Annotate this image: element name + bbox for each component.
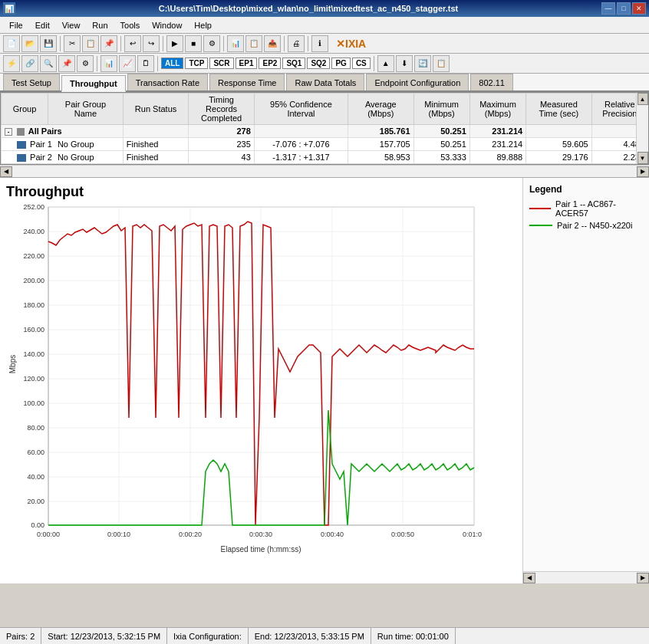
undo-button[interactable]: ↩ [124, 35, 141, 52]
menu-window[interactable]: Window [146, 19, 188, 31]
th-timing-records: Timing RecordsCompleted [189, 94, 255, 125]
status-pairs: Pairs: 2 [0, 628, 41, 644]
tb2-btn7[interactable]: 📈 [119, 55, 136, 72]
cut-button[interactable]: ✂ [64, 35, 81, 52]
tab-response-time[interactable]: Response Time [209, 74, 285, 90]
cell-average-pair2: 58.953 [348, 151, 414, 164]
tb2-btn5[interactable]: ⚙ [77, 55, 94, 72]
svg-text:Elapsed time (h:mm:ss): Elapsed time (h:mm:ss) [220, 545, 301, 554]
status-ixia-config: Ixia Configuration: [167, 628, 249, 644]
maximize-button[interactable]: □ [617, 2, 631, 15]
main-content: Group Pair GroupName Run Status Timing R… [0, 92, 649, 627]
save-button[interactable]: 💾 [40, 35, 57, 52]
tb2-btn6[interactable]: 📊 [100, 55, 117, 72]
table-button[interactable]: 📋 [245, 35, 262, 52]
badge-all[interactable]: ALL [161, 58, 183, 69]
cell-confidence-pair2: -1.317 : +1.317 [254, 151, 348, 164]
sep5 [284, 36, 285, 51]
legend-label-pair1: Pair 1 -- AC867-ACER57 [555, 199, 643, 218]
menu-view[interactable]: View [56, 19, 87, 31]
table-scrollbar[interactable]: ▲ ▼ [636, 93, 648, 164]
info-button[interactable]: ℹ [311, 35, 328, 52]
menu-edit[interactable]: Edit [29, 19, 56, 31]
cell-timing-all: 278 [189, 125, 255, 138]
data-table-container: Group Pair GroupName Run Status Timing R… [0, 92, 649, 165]
scroll-up-arrow[interactable]: ▲ [637, 93, 648, 105]
legend-color-pair2 [529, 225, 552, 226]
paste-button[interactable]: 📌 [100, 35, 117, 52]
cell-maximum-pair2: 89.888 [469, 151, 525, 164]
copy-button[interactable]: 📋 [82, 35, 99, 52]
results-table: Group Pair GroupName Run Status Timing R… [1, 93, 648, 164]
run-button[interactable]: ▶ [166, 35, 183, 52]
menu-help[interactable]: Help [188, 19, 218, 31]
export-button[interactable]: 📤 [264, 35, 281, 52]
tb2-btn2[interactable]: 🔗 [21, 55, 38, 72]
expand-icon[interactable]: - [5, 128, 12, 136]
ixia-logo: ✕IXIA [336, 38, 366, 50]
svg-text:220.00: 220.00 [23, 252, 44, 260]
chart-main: Throughput [0, 178, 522, 583]
cell-group-pair1: Pair 1 No Group [2, 138, 124, 151]
stop-button[interactable]: ■ [185, 35, 202, 52]
badge-pg[interactable]: PG [331, 58, 350, 69]
menu-run[interactable]: Run [86, 19, 114, 31]
cell-timing-pair1: 235 [189, 138, 255, 151]
tb2-btn9[interactable]: ▲ [377, 55, 394, 72]
status-run-time: Run time: 00:01:00 [371, 628, 456, 644]
tb2-btn8[interactable]: 🗒 [137, 55, 154, 72]
cell-measured-pair2: 29.176 [526, 151, 592, 164]
app-icon: 📊 [3, 2, 15, 15]
scroll-down-arrow[interactable]: ▼ [637, 152, 648, 164]
open-button[interactable]: 📂 [21, 35, 38, 52]
legend-scroll-left[interactable]: ◀ [523, 573, 535, 583]
tab-transaction-rate[interactable]: Transaction Rate [127, 74, 208, 90]
tab-802-11[interactable]: 802.11 [470, 74, 513, 90]
badge-ep1[interactable]: EP1 [236, 58, 258, 69]
legend-item-pair1: Pair 1 -- AC867-ACER57 [529, 199, 643, 218]
toolbar-row2: ⚡ 🔗 🔍 📌 ⚙ 📊 📈 🗒 ALL TCP SCR EP1 EP2 SQ1 … [0, 54, 649, 74]
sep3 [163, 36, 163, 51]
legend-scrollbar[interactable]: ◀ ▶ [523, 571, 649, 583]
status-bar: Pairs: 2 Start: 12/23/2013, 5:32:15 PM I… [0, 627, 649, 644]
cell-group-pair2: Pair 2 No Group [2, 151, 124, 164]
tab-throughput[interactable]: Throughput [61, 75, 126, 92]
legend-color-pair1 [529, 208, 551, 209]
tb2-btn3[interactable]: 🔍 [40, 55, 57, 72]
title-bar-text: C:\Users\Tim\Desktop\mixed_wlan\no_limit… [15, 4, 601, 13]
legend-item-pair2: Pair 2 -- N450-x220i [529, 221, 643, 230]
new-button[interactable]: 📄 [3, 35, 20, 52]
legend-scroll-right[interactable]: ▶ [637, 573, 649, 583]
table-h-scrollbar[interactable]: ◀ ▶ [0, 165, 649, 177]
tb2-btn12[interactable]: 📋 [433, 55, 450, 72]
title-bar: 📊 C:\Users\Tim\Desktop\mixed_wlan\no_lim… [0, 0, 649, 17]
menu-file[interactable]: File [3, 19, 29, 31]
scroll-right-arrow[interactable]: ▶ [637, 166, 649, 177]
th-confidence-interval: 95% ConfidenceInterval [254, 94, 348, 125]
print-button[interactable]: 🖨 [288, 35, 305, 52]
badge-sq1[interactable]: SQ1 [282, 58, 305, 69]
legend-panel: Legend Pair 1 -- AC867-ACER57 Pair 2 -- … [522, 178, 649, 583]
config-button[interactable]: ⚙ [203, 35, 220, 52]
badge-sq2[interactable]: SQ2 [307, 58, 330, 69]
badge-tcp[interactable]: TCP [185, 58, 208, 69]
chart-area: Throughput [0, 177, 649, 583]
redo-button[interactable]: ↪ [143, 35, 160, 52]
tab-raw-data-totals[interactable]: Raw Data Totals [286, 74, 364, 90]
badge-scr[interactable]: SCR [209, 58, 233, 69]
badge-ep2[interactable]: EP2 [259, 58, 281, 69]
tb2-btn1[interactable]: ⚡ [3, 55, 20, 72]
badge-cs[interactable]: CS [352, 58, 371, 69]
tab-endpoint-configuration[interactable]: Endpoint Configuration [366, 74, 469, 90]
tab-test-setup[interactable]: Test Setup [3, 74, 60, 90]
chart-button[interactable]: 📊 [227, 35, 244, 52]
sep8 [157, 56, 158, 71]
tb2-btn11[interactable]: 🔄 [414, 55, 431, 72]
tb2-btn4[interactable]: 📌 [58, 55, 75, 72]
minimize-button[interactable]: — [601, 2, 615, 15]
close-button[interactable]: ✕ [632, 2, 646, 15]
menu-tools[interactable]: Tools [114, 19, 147, 31]
legend-content: Legend Pair 1 -- AC867-ACER57 Pair 2 -- … [523, 178, 649, 239]
tb2-btn10[interactable]: ⬇ [396, 55, 413, 72]
scroll-left-arrow[interactable]: ◀ [0, 166, 12, 177]
